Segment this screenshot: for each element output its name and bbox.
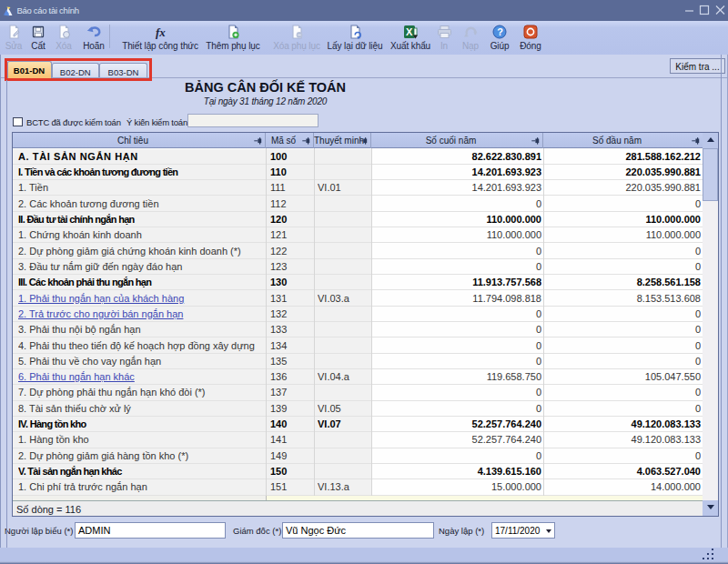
svg-text:fx: fx <box>156 25 166 39</box>
